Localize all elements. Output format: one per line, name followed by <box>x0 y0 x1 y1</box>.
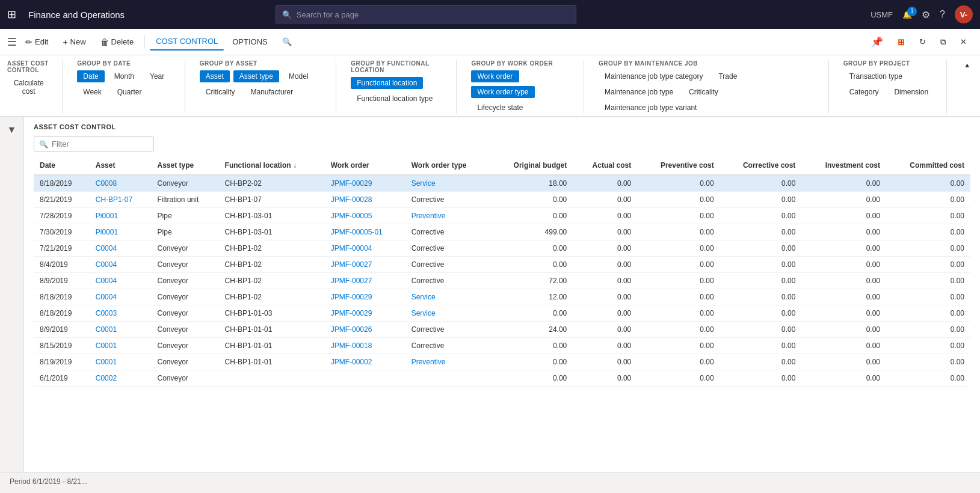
col-orig-budget[interactable]: Original budget <box>490 156 573 175</box>
table-row[interactable]: 6/1/2019C0002Conveyor0.000.000.000.000.0… <box>34 370 970 387</box>
table-container[interactable]: Date Asset Asset type Functional locatio… <box>34 156 970 472</box>
restore-button[interactable]: ⧉ <box>934 34 952 51</box>
ribbon-btn-trade[interactable]: Trade <box>712 70 743 82</box>
cell-orig-budget: 72.00 <box>490 273 573 289</box>
ribbon-btn-week[interactable]: Week <box>77 86 107 98</box>
ribbon-btn-lifecycle-state[interactable]: Lifecycle state <box>471 102 529 114</box>
cmd-right-buttons: 📌 ⊞ ↻ ⧉ ✕ <box>865 32 973 51</box>
edit-button[interactable]: ✏ Edit <box>19 34 54 51</box>
cell-orig-budget: 499.00 <box>490 224 573 240</box>
ribbon-btn-maint-job-variant[interactable]: Maintenance job type variant <box>599 102 703 114</box>
ribbon-btn-date[interactable]: Date <box>77 70 104 82</box>
user-avatar[interactable]: V- <box>955 5 973 23</box>
app-title: Finance and Operations <box>28 10 125 20</box>
ribbon-btn-work-order[interactable]: Work order <box>471 70 519 82</box>
edit-icon: ✏ <box>25 37 32 47</box>
ribbon-btn-criticality-asset[interactable]: Criticality <box>200 86 241 98</box>
col-corrective-cost[interactable]: Corrective cost <box>720 156 802 175</box>
col-work-order[interactable]: Work order <box>325 156 405 175</box>
ribbon-btn-transaction-type[interactable]: Transaction type <box>843 70 908 82</box>
cell-asset-type: Conveyor <box>152 305 219 322</box>
calculate-cost-button[interactable]: Calculate cost <box>7 77 50 97</box>
table-row[interactable]: 7/28/2019Pi0001PipeCH-BP1-03-01JPMF-0000… <box>34 208 970 224</box>
col-investment-cost[interactable]: Investment cost <box>801 156 886 175</box>
table-row[interactable]: 8/18/2019C0003ConveyorCH-BP1-01-03JPMF-0… <box>34 305 970 322</box>
ribbon-group-maintenance-job: GROUP BY MAINTENANCE JOB Maintenance job… <box>599 60 829 114</box>
table-row[interactable]: 8/9/2019C0001ConveyorCH-BP1-01-01JPMF-00… <box>34 322 970 338</box>
col-func-loc[interactable]: Functional location ↓ <box>219 156 325 175</box>
ribbon-btn-dimension[interactable]: Dimension <box>888 86 934 98</box>
cell-work-order: JPMF-00005-01 <box>325 224 405 240</box>
office-button[interactable]: ⊞ <box>892 34 911 51</box>
cell-work-order-type <box>405 370 490 387</box>
table-row[interactable]: 8/18/2019C0008ConveyorCH-BP2-02JPMF-0002… <box>34 175 970 192</box>
close-button[interactable]: ✕ <box>954 34 973 50</box>
cell-work-order-type: Service <box>405 175 490 192</box>
ribbon-btn-asset-type[interactable]: Asset type <box>233 70 279 82</box>
waffle-icon[interactable]: ⊞ <box>7 8 16 21</box>
table-row[interactable]: 8/15/2019C0001ConveyorCH-BP1-01-01JPMF-0… <box>34 338 970 354</box>
cell-date: 8/4/2019 <box>34 257 90 273</box>
cell-asset-type: Conveyor <box>152 240 219 257</box>
ribbon-btn-func-loc[interactable]: Functional location <box>351 77 423 89</box>
cell-asset: C0008 <box>90 175 152 192</box>
ribbon-btn-quarter[interactable]: Quarter <box>111 86 148 98</box>
ribbon-btn-category[interactable]: Category <box>843 86 885 98</box>
settings-icon[interactable]: ⚙ <box>922 9 930 20</box>
col-committed-cost[interactable]: Committed cost <box>886 156 970 175</box>
ribbon-btn-year[interactable]: Year <box>144 70 170 82</box>
new-button[interactable]: + New <box>57 34 91 51</box>
ribbon-btn-work-order-type[interactable]: Work order type <box>471 86 534 98</box>
filter-icon[interactable]: ▼ <box>7 124 17 135</box>
col-work-order-type[interactable]: Work order type <box>405 156 490 175</box>
table-row[interactable]: 7/30/2019Pi0001PipeCH-BP1-03-01JPMF-0000… <box>34 224 970 240</box>
cell-preventive-cost: 0.00 <box>637 224 720 240</box>
delete-button[interactable]: 🗑 Delete <box>94 34 140 51</box>
divider <box>144 35 145 49</box>
filter-input[interactable] <box>52 139 149 149</box>
ribbon-btn-manufacturer[interactable]: Manufacturer <box>245 86 300 98</box>
ribbon-btn-model[interactable]: Model <box>283 70 315 82</box>
ribbon-collapse-button[interactable]: ▲ <box>961 60 973 70</box>
cell-preventive-cost: 0.00 <box>637 208 720 224</box>
table-row[interactable]: 8/21/2019CH-BP1-07Filtration unitCH-BP1-… <box>34 192 970 208</box>
search-cmd-button[interactable]: 🔍 <box>276 34 298 50</box>
cell-func-loc: CH-BP1-02 <box>219 240 325 257</box>
cell-preventive-cost: 0.00 <box>637 240 720 257</box>
search-input[interactable] <box>297 10 570 19</box>
pin-button[interactable]: 📌 <box>865 32 889 51</box>
table-row[interactable]: 8/19/2019C0001ConveyorCH-BP1-01-01JPMF-0… <box>34 354 970 370</box>
ribbon-btn-func-loc-type[interactable]: Functional location type <box>351 93 439 105</box>
cell-investment-cost: 0.00 <box>801 354 886 370</box>
ribbon-btn-maint-job-category[interactable]: Maintenance job type category <box>599 70 709 82</box>
hamburger-icon[interactable]: ☰ <box>7 35 17 49</box>
table-row[interactable]: 8/18/2019C0004ConveyorCH-BP1-02JPMF-0002… <box>34 289 970 305</box>
col-actual-cost[interactable]: Actual cost <box>573 156 637 175</box>
cell-date: 8/15/2019 <box>34 338 90 354</box>
cell-preventive-cost: 0.00 <box>637 370 720 387</box>
cell-committed-cost: 0.00 <box>886 257 970 273</box>
cell-preventive-cost: 0.00 <box>637 354 720 370</box>
table-row[interactable]: 7/21/2019C0004ConveyorCH-BP1-02JPMF-0000… <box>34 240 970 257</box>
notification-bell[interactable]: 🔔 1 <box>902 10 912 19</box>
cell-corrective-cost: 0.00 <box>720 305 802 322</box>
cell-preventive-cost: 0.00 <box>637 175 720 192</box>
col-asset[interactable]: Asset <box>90 156 152 175</box>
ribbon-btn-asset[interactable]: Asset <box>200 70 230 82</box>
ribbon-date-items: Date Month Year Week Quarter <box>77 70 173 98</box>
ribbon-btn-month[interactable]: Month <box>108 70 140 82</box>
cell-work-order-type: Corrective <box>405 240 490 257</box>
options-tab[interactable]: OPTIONS <box>226 34 274 50</box>
table-row[interactable]: 8/9/2019C0004ConveyorCH-BP1-02JPMF-00027… <box>34 273 970 289</box>
cell-func-loc <box>219 370 325 387</box>
col-date[interactable]: Date <box>34 156 90 175</box>
help-icon[interactable]: ? <box>940 9 945 20</box>
cell-orig-budget: 0.00 <box>490 354 573 370</box>
refresh-button[interactable]: ↻ <box>913 34 932 50</box>
col-preventive-cost[interactable]: Preventive cost <box>637 156 720 175</box>
table-row[interactable]: 8/4/2019C0004ConveyorCH-BP1-02JPMF-00027… <box>34 257 970 273</box>
ribbon-btn-maint-job-type[interactable]: Maintenance job type <box>599 86 679 98</box>
col-asset-type[interactable]: Asset type <box>152 156 219 175</box>
cost-control-tab[interactable]: COST CONTROL <box>150 33 224 51</box>
ribbon-btn-criticality-maint[interactable]: Criticality <box>683 86 724 98</box>
